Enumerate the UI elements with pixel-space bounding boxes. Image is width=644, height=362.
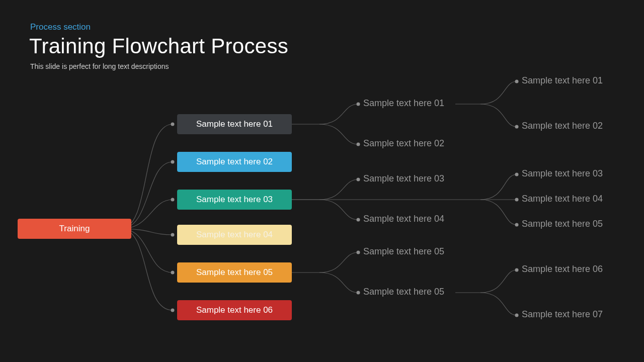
level3-b-02: Sample text here 04 bbox=[522, 194, 603, 204]
level1-node-06[interactable]: Sample text here 06 bbox=[177, 300, 292, 320]
level3-c-02: Sample text here 07 bbox=[522, 309, 603, 320]
svg-point-7 bbox=[357, 143, 360, 146]
svg-point-11 bbox=[357, 291, 360, 295]
level2-b-01: Sample text here 03 bbox=[363, 173, 444, 184]
level2-c-02: Sample text here 05 bbox=[363, 287, 444, 297]
svg-point-0 bbox=[171, 123, 175, 126]
svg-point-2 bbox=[171, 198, 175, 202]
page-subtitle: This slide is perfect for long text desc… bbox=[30, 62, 169, 70]
level1-node-01[interactable]: Sample text here 01 bbox=[177, 114, 292, 134]
level1-node-04[interactable]: Sample text here 04 bbox=[177, 225, 292, 245]
level2-a-01: Sample text here 01 bbox=[363, 98, 444, 109]
svg-point-12 bbox=[515, 80, 519, 83]
root-node-training[interactable]: Training bbox=[18, 219, 131, 239]
svg-point-9 bbox=[357, 218, 360, 222]
level3-b-03: Sample text here 05 bbox=[522, 219, 603, 229]
flowchart-stage: { "header": { "section_label": "Process … bbox=[0, 0, 644, 362]
svg-point-10 bbox=[357, 251, 360, 254]
level3-c-01: Sample text here 06 bbox=[522, 264, 603, 275]
page-title: Training Flowchart Process bbox=[29, 34, 288, 58]
level3-a-01: Sample text here 01 bbox=[522, 75, 603, 86]
svg-point-6 bbox=[357, 103, 360, 106]
svg-point-3 bbox=[171, 233, 175, 237]
level2-c-01: Sample text here 05 bbox=[363, 246, 444, 257]
level1-node-03[interactable]: Sample text here 03 bbox=[177, 190, 292, 210]
level1-node-02[interactable]: Sample text here 02 bbox=[177, 152, 292, 172]
level2-b-02: Sample text here 04 bbox=[363, 214, 444, 224]
level2-a-02: Sample text here 02 bbox=[363, 138, 444, 149]
svg-point-8 bbox=[357, 178, 360, 182]
svg-point-4 bbox=[171, 271, 175, 275]
svg-point-14 bbox=[515, 173, 519, 176]
svg-point-5 bbox=[171, 309, 175, 312]
svg-point-18 bbox=[515, 314, 519, 317]
svg-point-16 bbox=[515, 223, 519, 227]
svg-point-17 bbox=[515, 268, 519, 272]
svg-point-13 bbox=[515, 125, 519, 129]
svg-point-1 bbox=[171, 160, 175, 164]
svg-point-15 bbox=[515, 198, 519, 202]
level3-b-01: Sample text here 03 bbox=[522, 168, 603, 179]
level1-node-05[interactable]: Sample text here 05 bbox=[177, 262, 292, 283]
section-label: Process section bbox=[30, 22, 91, 32]
level3-a-02: Sample text here 02 bbox=[522, 121, 603, 131]
